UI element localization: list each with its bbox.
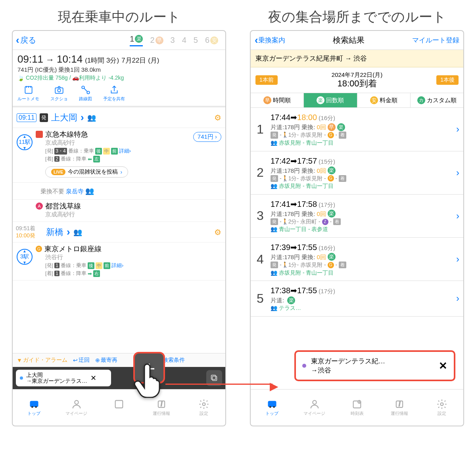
- result-number: 1: [255, 122, 266, 137]
- result-number: 4: [255, 252, 266, 267]
- result-row[interactable]: 2 17:42➡17:57 (15分) 片道:178円 乗換:0回 楽 発-🚶1…: [251, 151, 463, 195]
- people-icon: 👥: [271, 139, 277, 147]
- raku-icon: 楽: [328, 166, 336, 174]
- chevron-right-icon: ›: [456, 210, 459, 222]
- leaf-icon: 🍃: [17, 75, 24, 81]
- next-train-button[interactable]: 1本後: [436, 75, 459, 85]
- haya-icon: 早: [328, 123, 336, 131]
- svg-point-2: [58, 89, 61, 92]
- close-icon[interactable]: ✕: [439, 360, 447, 372]
- gear-icon[interactable]: ⚙: [214, 227, 221, 237]
- svg-point-23: [441, 403, 443, 406]
- station-1[interactable]: 09:11 発 上大岡 › 👥 ⚙: [13, 107, 225, 128]
- detour-button[interactable]: ↩ 迂回: [73, 357, 90, 364]
- tool-map[interactable]: 路線図: [79, 85, 92, 102]
- sort-fare[interactable]: 安料金順: [357, 93, 411, 107]
- tab-5[interactable]: 5: [194, 36, 198, 45]
- svg-rect-6: [211, 375, 216, 380]
- chevron-right-icon: ›: [456, 167, 459, 178]
- raku-icon: 楽: [328, 210, 336, 218]
- nav-live[interactable]: i運行情報: [378, 390, 421, 426]
- route-body[interactable]: 09:11 発 上大岡 › 👥 ⚙ ▲11駅▼ 京急本線特急 京成高砂行 [発]…: [13, 107, 225, 353]
- raku-icon: 楽: [337, 123, 345, 131]
- line-icon-hanzomon: Z: [322, 219, 328, 225]
- alarm-button[interactable]: ▼ガイド・アラーム: [17, 357, 67, 364]
- chevron-right-icon: ›: [456, 124, 459, 135]
- nav-top[interactable]: トップ: [13, 390, 55, 426]
- tab-1[interactable]: 1楽: [130, 34, 143, 46]
- tab-6[interactable]: 6安: [205, 36, 218, 45]
- svg-point-10: [75, 401, 78, 404]
- svg-rect-11: [115, 401, 123, 408]
- nav-top[interactable]: トップ: [251, 390, 293, 426]
- sort-count[interactable]: 楽回数順: [304, 93, 357, 107]
- stops-badge-2[interactable]: ▲3駅▼: [17, 249, 33, 265]
- people-icon: 👥: [271, 225, 277, 233]
- detail-link[interactable]: 詳細›: [119, 147, 131, 155]
- back-button-r[interactable]: ‹乗換案内: [255, 34, 285, 46]
- tool-screenshot[interactable]: スクショ: [50, 85, 68, 102]
- raku-icon: 楽: [287, 296, 295, 304]
- people-icon: 👥: [87, 113, 96, 122]
- tab-2[interactable]: 2早: [150, 36, 163, 45]
- tool-memo[interactable]: ルートメモ: [17, 85, 39, 102]
- cond-button[interactable]: 検索条件: [163, 357, 185, 364]
- prev-train-button[interactable]: 1本前: [255, 75, 278, 85]
- gear-icon[interactable]: ⚙: [214, 113, 221, 122]
- result-number: 2: [255, 165, 266, 180]
- result-row[interactable]: 5 17:38➡17:55 (17分) 片道: 楽 👥テラス… ›: [251, 281, 463, 317]
- raku-icon: 楽: [328, 253, 336, 261]
- line-icon-asakusa: A: [36, 202, 43, 210]
- tab-3[interactable]: 3: [171, 36, 175, 45]
- segment-1b: A都営浅草線 京成高砂行: [13, 200, 225, 222]
- back-button[interactable]: ‹戻る: [16, 34, 36, 46]
- fare-bubble[interactable]: 741円 ›: [193, 132, 221, 142]
- sort-custom[interactable]: カカスタム順: [411, 93, 463, 107]
- query-bar: 東京ガーデンテラス紀尾井町 → 渋谷: [251, 50, 463, 67]
- datetime-button[interactable]: 2024年7月22日(月)18:00到着: [278, 71, 436, 89]
- nav-mypage[interactable]: マイページ: [293, 390, 336, 426]
- chevron-right-icon: ›: [456, 293, 459, 304]
- new-tab-overlay[interactable]: 東京ガーデンテラス紀…→渋谷 ✕: [294, 350, 455, 381]
- header-right: ‹乗換案内 検索結果 マイルート登録: [251, 31, 463, 50]
- tool-share[interactable]: 予定を共有: [103, 85, 125, 102]
- svg-rect-5: [212, 376, 217, 380]
- route-tabs: 1楽 2早 3 4 5 6安: [130, 34, 218, 46]
- station-2[interactable]: 09:51着10:00発 新橋 › 👥 ⚙: [13, 222, 225, 243]
- result-row[interactable]: 3 17:41➡17:58 (17分) 片道:178円 乗換:0回 楽 発-🚶2…: [251, 195, 463, 238]
- phone-left: ‹戻る 1楽 2早 3 4 5 6安 09:11→10:14(1時間 3分)7月…: [12, 30, 226, 426]
- results-list[interactable]: 1 17:44➡18:00 (16分) 片道:178円 乗換:0回 早楽 発-🚶…: [251, 108, 463, 389]
- tab-4[interactable]: 4: [182, 36, 186, 45]
- nav-settings[interactable]: 設定: [421, 390, 463, 426]
- line-icon-ginza: G: [328, 175, 334, 181]
- line-icon-keikyu: [36, 131, 43, 138]
- tab-dot-icon: [302, 364, 306, 368]
- title-left: 現在乗車中のルート: [12, 8, 226, 26]
- detail-link[interactable]: 詳細›: [111, 262, 123, 269]
- yasu-icon: 安: [210, 36, 218, 44]
- result-row[interactable]: 4 17:39➡17:55 (16分) 片道:178円 乗換:0回 楽 発-🚶1…: [251, 238, 463, 281]
- stops-badge-1[interactable]: ▲11駅▼: [17, 134, 33, 150]
- svg-point-17: [273, 406, 275, 408]
- haya-icon: 早: [155, 36, 163, 44]
- nav-settings[interactable]: 設定: [183, 390, 225, 426]
- route-summary: 09:11→10:14(1時間 3分)7月22日 (月) 741円 (IC優先)…: [13, 50, 225, 107]
- register-route-button[interactable]: マイルート登録: [412, 36, 459, 45]
- sort-time[interactable]: 早時間順: [251, 93, 304, 107]
- nav-mypage[interactable]: マイページ: [55, 390, 98, 426]
- browser-tab[interactable]: 上大岡→東京ガーデンテラス… ✕: [16, 370, 111, 387]
- browser-tab-bar: 上大岡→東京ガーデンテラス… ✕: [13, 367, 225, 389]
- live-button[interactable]: LIVE今の混雑状況を投稿›: [45, 166, 128, 178]
- chevron-right-icon: ›: [81, 111, 84, 124]
- rerun-button[interactable]: ⊕ 最寄再: [95, 357, 117, 364]
- result-number: 5: [255, 291, 266, 306]
- people-icon: 👥: [271, 182, 277, 190]
- svg-point-16: [269, 406, 271, 408]
- result-row[interactable]: 1 17:44➡18:00 (16分) 片道:178円 乗換:0回 早楽 発-🚶…: [251, 108, 463, 151]
- close-tab-icon[interactable]: ✕: [90, 374, 96, 382]
- nav-timetable[interactable]: 時刻表: [336, 390, 378, 426]
- result-number: 3: [255, 208, 266, 223]
- chevron-left-icon: ‹: [16, 34, 19, 46]
- nav-tabbar-left: トップ マイページ i運行情報 設定: [13, 389, 225, 426]
- svg-point-18: [313, 401, 316, 404]
